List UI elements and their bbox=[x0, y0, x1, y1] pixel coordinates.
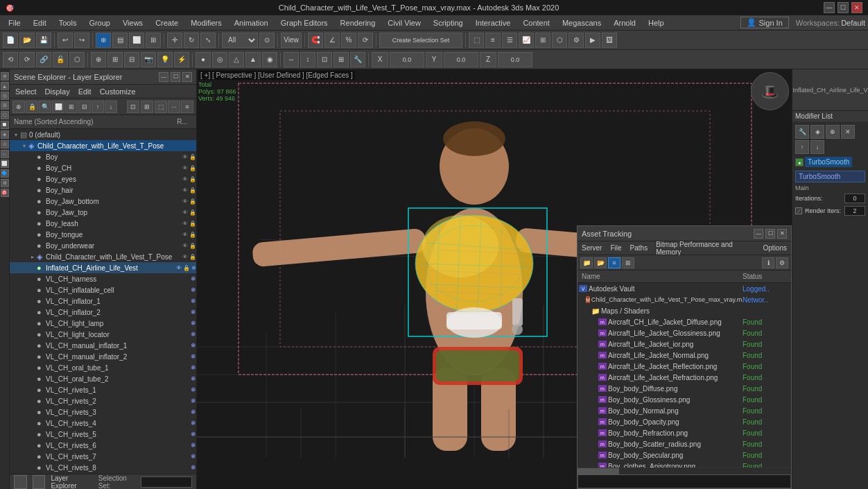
layer-manager-button[interactable]: ☰ bbox=[502, 33, 517, 48]
tb2-btn15[interactable]: ⊞ bbox=[333, 52, 349, 67]
se-tb-btn3[interactable]: ⬜ bbox=[52, 101, 64, 113]
tb2-btn5[interactable]: ⊟ bbox=[124, 52, 139, 67]
at-row-map4[interactable]: m Aircraft_Life_Jacket_Normal.png Found bbox=[578, 350, 791, 361]
at-tb-grid[interactable]: ⊞ bbox=[622, 257, 634, 268]
modifier-visibility-icon[interactable]: ● bbox=[795, 158, 804, 166]
tree-item-vl-manual2[interactable]: ▸ ● VL_CH_manual_inflator_2 ❄ bbox=[10, 351, 196, 362]
snap-toggle-button[interactable]: 🧲 bbox=[308, 33, 323, 48]
at-menu-paths[interactable]: Paths bbox=[630, 244, 648, 252]
material-editor-button[interactable]: ⬡ bbox=[552, 33, 567, 48]
se-close-button[interactable]: ✕ bbox=[182, 72, 192, 82]
at-search-input[interactable] bbox=[578, 475, 790, 488]
tb2-btn14[interactable]: ⊡ bbox=[317, 52, 332, 67]
new-button[interactable]: 📄 bbox=[3, 33, 18, 48]
tree-item-boyhair[interactable]: ▸ ● Boy_hair 👁 🔒 bbox=[10, 185, 196, 196]
left-icon-8[interactable]: ⊙ bbox=[1, 140, 9, 148]
se-menu-display[interactable]: Display bbox=[42, 87, 73, 96]
expander-child-char[interactable]: ▾ bbox=[21, 142, 28, 149]
at-row-map7[interactable]: m Boy_body_Diffuse.png Found bbox=[578, 383, 791, 394]
tree-item-vl-locator[interactable]: ▸ ● VL_CH_light_locator ❄ bbox=[10, 329, 196, 340]
schematic-view-button[interactable]: ⊞ bbox=[535, 33, 550, 48]
coord-center-button[interactable]: ⊙ bbox=[259, 33, 275, 48]
tb2-btn20[interactable]: 0.0 bbox=[444, 52, 478, 67]
tree-item-inflated[interactable]: ▸ ● Inflated_CH_Airline_Life_Vest 👁 🔒 ❄ bbox=[10, 262, 196, 273]
move-button[interactable]: ✛ bbox=[167, 33, 182, 48]
tb2-btn11[interactable]: ◉ bbox=[262, 52, 277, 67]
tb2-btn19[interactable]: Y bbox=[426, 52, 442, 67]
tree-item-jawbottom[interactable]: ▸ ● Boy_Jaw_bottom 👁 🔒 bbox=[10, 196, 196, 207]
menu-file[interactable]: File bbox=[3, 17, 26, 28]
tb2-btn13[interactable]: ↕ bbox=[300, 52, 315, 67]
named-selection-button[interactable]: Create Selection Set bbox=[379, 33, 462, 48]
select-by-name-button[interactable]: ▤ bbox=[112, 33, 128, 48]
at-row-vault[interactable]: V Autodesk Vault Logged.. bbox=[578, 283, 791, 294]
modifier-tb-btn2[interactable]: ◈ bbox=[810, 125, 824, 139]
tb2-bind[interactable]: ⬡ bbox=[69, 52, 85, 67]
tree-item-vl-lamp[interactable]: ▸ ● VL_CH_light_lamp ❄ bbox=[10, 318, 196, 329]
menu-animation[interactable]: Animation bbox=[229, 17, 274, 28]
menu-megascans[interactable]: Megascans bbox=[557, 17, 607, 28]
left-icon-12[interactable]: ⊕ bbox=[1, 179, 9, 187]
selection-set-input[interactable] bbox=[141, 477, 192, 488]
render-iters-checkbox[interactable] bbox=[795, 207, 802, 214]
menu-arnold[interactable]: Arnold bbox=[608, 17, 641, 28]
tb2-btn12[interactable]: ↔ bbox=[284, 52, 299, 67]
at-menu-file[interactable]: File bbox=[610, 244, 621, 252]
se-tb-right3[interactable]: ⬚ bbox=[155, 101, 167, 113]
at-tb-open[interactable]: 📂 bbox=[594, 257, 607, 268]
sign-in-button[interactable]: 👤 Sign In bbox=[740, 17, 789, 28]
left-icon-3[interactable]: ◎ bbox=[1, 92, 9, 100]
at-menu-server[interactable]: Server bbox=[582, 244, 602, 252]
tb2-camera[interactable]: 📷 bbox=[141, 52, 156, 67]
se-tb-right2[interactable]: ⊞ bbox=[141, 101, 153, 113]
at-horizontal-scrollbar[interactable] bbox=[578, 467, 791, 474]
at-tb-folder[interactable]: 📁 bbox=[580, 257, 593, 268]
tree-item-vl-oral2[interactable]: ▸ ● VL_CH_oral_tube_2 ❄ bbox=[10, 373, 196, 384]
modifier-item[interactable]: TurboSmooth bbox=[805, 157, 852, 167]
at-row-map10[interactable]: m Boy_body_Opacity.png Found bbox=[578, 416, 791, 427]
se-tb-btn5[interactable]: ⊟ bbox=[78, 101, 91, 113]
tree-item-vl-rivets8[interactable]: ▸ ● VL_CH_rivets_8 ❄ bbox=[10, 462, 196, 473]
tb2-link[interactable]: 🔗 bbox=[36, 52, 51, 67]
tb2-btn7[interactable]: ● bbox=[196, 52, 211, 67]
tb2-unlink[interactable]: 🔓 bbox=[53, 52, 68, 67]
modifier-tb-btn6[interactable]: ↓ bbox=[810, 140, 824, 154]
render-iters-input[interactable] bbox=[844, 206, 865, 216]
modifier-tb-btn5[interactable]: ↑ bbox=[795, 140, 809, 154]
tree-item-boych[interactable]: ▸ ● Boy_CH 👁 🔒 bbox=[10, 162, 196, 173]
menu-group[interactable]: Group bbox=[83, 17, 116, 28]
se-maximize-button[interactable]: ☐ bbox=[171, 72, 180, 82]
tb2-btn6[interactable]: ⚡ bbox=[174, 52, 189, 67]
tree-item-jawtop[interactable]: ▸ ● Boy_Jaw_top 👁 🔒 bbox=[10, 207, 196, 218]
angle-snap-button[interactable]: ∠ bbox=[324, 33, 340, 48]
select-object-button[interactable]: ⊕ bbox=[96, 33, 111, 48]
se-tb-right1[interactable]: ⊡ bbox=[127, 101, 139, 113]
at-row-map11[interactable]: m Boy_body_Refraction.png Found bbox=[578, 427, 791, 438]
se-tb-dots[interactable]: ··· bbox=[168, 101, 180, 113]
left-icon-7[interactable]: ◈ bbox=[1, 130, 9, 139]
left-icon-2[interactable]: ▲ bbox=[1, 82, 9, 90]
se-tb-btn7[interactable]: ↓ bbox=[105, 101, 117, 113]
close-button[interactable]: ✕ bbox=[851, 2, 862, 13]
tb2-btn16[interactable]: 🔧 bbox=[350, 52, 365, 67]
left-icon-9[interactable]: ↔ bbox=[1, 150, 9, 158]
tree-item-vl-rivets6[interactable]: ▸ ● VL_CH_rivets_6 ❄ bbox=[10, 440, 196, 451]
at-row-map9[interactable]: m Boy_body_Normal.png Found bbox=[578, 405, 791, 416]
open-button[interactable]: 📂 bbox=[19, 33, 35, 48]
at-minimize-button[interactable]: — bbox=[754, 229, 763, 239]
modifier-tb-btn4[interactable]: ✕ bbox=[841, 125, 855, 139]
at-tb-settings[interactable]: ⚙ bbox=[776, 257, 788, 268]
tb2-btn17[interactable]: X bbox=[372, 52, 388, 67]
menu-interactive[interactable]: Interactive bbox=[470, 17, 517, 28]
menu-tools[interactable]: Tools bbox=[53, 17, 83, 28]
se-menu-customize[interactable]: Customize bbox=[97, 87, 139, 96]
render-setup-button[interactable]: ⚙ bbox=[568, 33, 584, 48]
percent-snap-button[interactable]: % bbox=[341, 33, 356, 48]
tree-item-vl-rivets3[interactable]: ▸ ● VL_CH_rivets_3 ❄ bbox=[10, 406, 196, 418]
menu-civil-view[interactable]: Civil View bbox=[382, 17, 426, 28]
se-menu-edit[interactable]: Edit bbox=[76, 87, 94, 96]
tree-item-child-char[interactable]: ▾ ◈ Child_Character_with_Life_Vest_T_Pos… bbox=[10, 140, 196, 151]
left-icon-13[interactable]: 🎯 bbox=[1, 189, 9, 197]
mirror-button[interactable]: ⬚ bbox=[469, 33, 484, 48]
se-tb-btn6[interactable]: ↑ bbox=[92, 101, 104, 113]
